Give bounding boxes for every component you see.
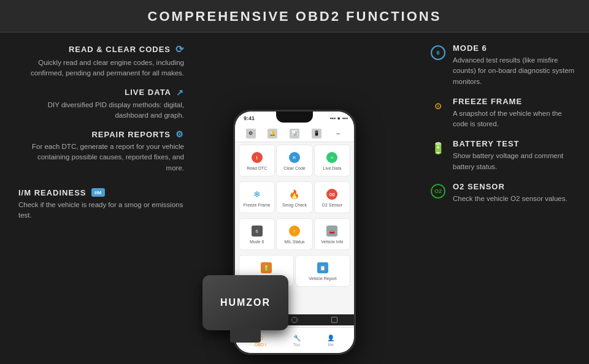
feature-live-data-title: LIVE DATA ↗: [18, 88, 184, 97]
phone-signal: ▪▪▪ ● ▪▪▪: [329, 115, 348, 121]
read-dtc-label: Read DTC: [247, 166, 267, 171]
phone-nav-tool[interactable]: 🔧 Too: [293, 335, 301, 347]
feature-freeze-frame: ⊙ FREEZE FRAME A snapshot of the vehicle…: [429, 97, 577, 130]
mode6-label: Mode 6: [250, 240, 264, 245]
feature-repair-reports-desc: For each DTC, generate a report for your…: [18, 142, 184, 173]
feature-im-readiness-title: I/M READINESS I/M: [18, 188, 184, 197]
phone-grid-vehicle-info[interactable]: 🚗 Vehicle Info: [314, 218, 350, 250]
phone-grid-read-dtc[interactable]: ! Read DTC: [239, 145, 275, 176]
o2-sensor-badge: O2: [429, 183, 447, 200]
battery-icon: 🔋: [260, 261, 273, 275]
smog-label: Smog Check: [282, 203, 307, 208]
phone-grid-live-data[interactable]: ≈ Live Data: [314, 145, 350, 176]
clear-code-label: Clear Code: [283, 166, 305, 171]
mode6-title: MODE 6: [453, 44, 577, 53]
feature-read-clear: READ & CLEAR CODES ⟳ Quickly read and cl…: [18, 44, 184, 79]
phone-notch: [276, 112, 313, 123]
feature-battery-test: 🔋 BATTERY TEST Show battery voltage and …: [429, 139, 577, 172]
phone-grid-row1: ! Read DTC ✕ Clear Code: [235, 142, 354, 179]
nav-home-icon[interactable]: [291, 317, 298, 323]
mode6-desc: Advanced test results (like misfire coun…: [453, 55, 577, 87]
left-column: READ & CLEAR CODES ⟳ Quickly read and cl…: [0, 32, 196, 361]
obd-device: HUMZOR: [202, 275, 288, 330]
feature-mode6: 6 MODE 6 Advanced test results (like mis…: [429, 44, 577, 87]
live-data-icon: ≈: [325, 151, 339, 164]
phone-grid-report[interactable]: 📋 Vehicle Report: [295, 255, 350, 287]
battery-test-desc: Show battery voltage and comment battery…: [453, 151, 577, 172]
freeze-frame-badge: ⊙: [429, 97, 447, 115]
phone-grid-row3: 6 Mode 6 ! MIL Status: [235, 216, 354, 252]
o2-sensor-desc: Check the vehicle O2 sensor values.: [453, 194, 568, 204]
feature-read-clear-desc: Quickly read and clear engine codes, inc…: [18, 58, 184, 79]
nav-recent-icon[interactable]: [331, 317, 337, 323]
gear-icon: ⚙: [175, 129, 184, 139]
o2-sensor-title: O2 SENSOR: [453, 182, 568, 191]
live-data-label: Live Data: [323, 166, 342, 171]
chart-icon: ↗: [176, 88, 184, 97]
feature-im-readiness: I/M READINESS I/M Check if the vehicle i…: [18, 188, 184, 221]
feature-live-data: LIVE DATA ↗ DIY diversified PID display …: [18, 88, 184, 121]
report-icon: 📋: [316, 261, 329, 275]
mil-label: MIL Status: [284, 240, 304, 245]
mode6-text: MODE 6 Advanced test results (like misfi…: [453, 44, 577, 87]
phone-nav-me[interactable]: 👤 Me: [327, 335, 334, 347]
phone-header-icon-4: 📱: [312, 129, 321, 138]
phone-header-icon-1: ⚙: [246, 129, 256, 138]
phone-grid-mil[interactable]: ! MIL Status: [276, 218, 312, 250]
refresh-icon: ⟳: [175, 44, 184, 55]
freeze-frame-title: FREEZE FRAME: [453, 97, 577, 106]
vehicle-report-label: Vehicle Report: [309, 276, 337, 281]
o2-icon: O2: [325, 188, 339, 201]
mil-icon: !: [288, 224, 301, 238]
phone-grid-smog[interactable]: 🔥 Smog Check: [276, 181, 312, 213]
content-area: READ & CLEAR CODES ⟳ Quickly read and cl…: [0, 32, 589, 361]
freeze-frame-desc: A snapshot of the vehicle when the code …: [453, 108, 577, 130]
feature-o2-sensor: O2 O2 SENSOR Check the vehicle O2 sensor…: [429, 182, 577, 204]
page-wrapper: COMPREHENSIVE OBD2 FUNCTIONS READ & CLEA…: [0, 0, 589, 364]
feature-read-clear-title: READ & CLEAR CODES ⟳: [18, 44, 184, 55]
phone-grid-o2[interactable]: O2 O2 Sensor: [314, 181, 350, 213]
battery-test-text: BATTERY TEST Show battery voltage and co…: [453, 139, 577, 172]
vehicle-info-icon: 🚗: [325, 224, 339, 238]
battery-test-badge: 🔋: [429, 140, 447, 157]
phone-grid-freeze[interactable]: ❄ Freeze Frame: [239, 181, 275, 213]
mode6-badge: 6: [429, 44, 447, 61]
battery-test-title: BATTERY TEST: [453, 139, 577, 148]
clear-code-icon: ✕: [288, 151, 301, 164]
feature-im-readiness-desc: Check if the vehicle is ready for a smog…: [18, 200, 184, 221]
phone-header-icon-2: 🔔: [268, 129, 277, 138]
read-dtc-icon: !: [250, 151, 264, 164]
im-badge: I/M: [91, 188, 105, 197]
vehicle-info-label: Vehicle Info: [321, 240, 343, 245]
phone-header-icon-3: 📊: [290, 129, 299, 138]
freeze-label: Freeze Frame: [244, 203, 271, 208]
feature-repair-reports-title: REPAIR REPORTS ⚙: [18, 129, 184, 139]
feature-repair-reports: REPAIR REPORTS ⚙ For each DTC, generate …: [18, 129, 184, 173]
phone-grid-row2: ❄ Freeze Frame 🔥 Smog Check: [235, 179, 354, 216]
phone-time: 9:41: [244, 115, 255, 121]
o2-sensor-text: O2 SENSOR Check the vehicle O2 sensor va…: [453, 182, 568, 204]
freeze-frame-text: FREEZE FRAME A snapshot of the vehicle w…: [453, 97, 577, 130]
feature-live-data-desc: DIY diversified PID display methods: dig…: [18, 100, 184, 121]
center-column: HUMZOR 9:41 ▪▪▪ ● ▪▪▪ ⚙: [212, 32, 377, 361]
phone-app-header: ⚙ 🔔 📊 📱 −: [235, 125, 354, 142]
mode6-icon: 6: [250, 224, 264, 238]
obd-brand-label: HUMZOR: [220, 297, 271, 308]
phone-grid-mode6[interactable]: 6 Mode 6: [239, 218, 275, 250]
smog-icon: 🔥: [288, 188, 301, 201]
o2-label: O2 Sensor: [322, 203, 342, 208]
page-title: COMPREHENSIVE OBD2 FUNCTIONS: [148, 9, 442, 24]
phone-header-minus: −: [333, 129, 343, 138]
phone-grid-clear-code[interactable]: ✕ Clear Code: [276, 145, 312, 176]
obd-connector: [230, 329, 261, 343]
right-column: 6 MODE 6 Advanced test results (like mis…: [417, 32, 589, 361]
page-header: COMPREHENSIVE OBD2 FUNCTIONS: [0, 0, 589, 32]
freeze-icon: ❄: [250, 188, 264, 201]
phone-mockup: HUMZOR 9:41 ▪▪▪ ● ▪▪▪ ⚙: [233, 110, 356, 355]
